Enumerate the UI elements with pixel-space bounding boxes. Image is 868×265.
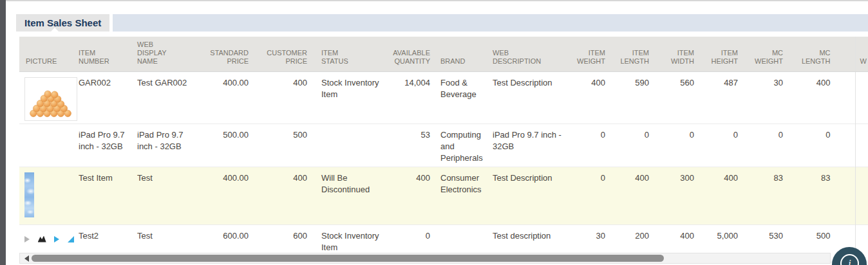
web-display-name-cell: Test GAR002	[137, 72, 193, 124]
web-display-name-cell: Test	[137, 167, 193, 225]
black-rock-icon	[38, 236, 46, 242]
picture-cell	[19, 72, 79, 124]
standard-price-cell: 400.00	[193, 72, 250, 124]
truncated-cell	[855, 72, 868, 124]
column-header-truncated: W	[855, 37, 868, 72]
mc-length-cell: 0	[786, 124, 855, 167]
gray-play-icon	[24, 236, 30, 242]
blue-corner-icon	[68, 236, 74, 242]
info-icon: i	[840, 254, 859, 265]
item-width-cell: 300	[652, 167, 697, 225]
scroll-left-arrow-icon[interactable]	[24, 255, 29, 262]
column-header-web-description: WEB DESCRIPTION	[492, 37, 568, 72]
web-display-name-cell: iPad Pro 9.7 inch - 32GB	[137, 124, 193, 167]
top-divider	[0, 0, 868, 1]
column-header-item-status: ITEM STATUS	[308, 37, 385, 72]
item-sales-sheet-table: PICTURE ITEM NUMBER WEB DISPLAY NAME STA…	[19, 37, 868, 262]
available-quantity-cell: 14,004	[385, 72, 431, 124]
column-header-item-length: ITEM LENGTH	[608, 37, 652, 72]
item-height-cell: 0	[697, 124, 741, 167]
item-length-cell: 0	[608, 124, 652, 167]
column-header-web-display-name: WEB DISPLAY NAME	[137, 37, 193, 72]
left-edge-bar	[0, 0, 6, 265]
item-width-cell: 0	[652, 124, 697, 167]
brand-cell: Food & Beverage	[431, 72, 492, 124]
standard-price-cell: 500.00	[193, 124, 250, 167]
truncated-cell	[855, 124, 868, 167]
column-header-brand: BRAND	[431, 37, 492, 72]
customer-price-cell: 400	[250, 72, 308, 124]
mc-length-cell: 83	[786, 167, 855, 225]
item-status-cell: Will Be Discontinued	[308, 167, 385, 225]
available-quantity-cell: 400	[385, 167, 431, 225]
standard-price-cell: 400.00	[193, 167, 250, 225]
item-height-cell: 487	[697, 72, 741, 124]
table-header: PICTURE ITEM NUMBER WEB DISPLAY NAME STA…	[19, 37, 868, 72]
column-header-mc-length: MC LENGTH	[786, 37, 855, 72]
web-description-cell: Test Description	[492, 167, 568, 225]
item-status-cell	[308, 124, 385, 167]
item-height-cell: 400	[697, 167, 741, 225]
chickpeas-image	[24, 77, 77, 121]
tab-item-sales-sheet[interactable]: Item Sales Sheet	[16, 14, 109, 32]
table-row-test-item[interactable]: Test Item Test 400.00 400 Will Be Discon…	[19, 167, 868, 225]
brand-cell: Consumer Electronics	[431, 167, 492, 225]
brand-cell: Computing and Peripherals	[431, 124, 492, 167]
thumbnail-icons	[24, 233, 73, 244]
item-width-cell: 560	[652, 72, 697, 124]
mc-weight-cell: 30	[741, 72, 786, 124]
column-header-item-height: ITEM HEIGHT	[697, 37, 741, 72]
tab-label: Item Sales Sheet	[24, 17, 101, 28]
item-number-cell: Test Item	[79, 167, 137, 225]
mc-weight-cell: 83	[741, 167, 786, 225]
column-header-standard-price: STANDARD PRICE	[193, 37, 250, 72]
truncated-cell	[855, 167, 868, 225]
sky-image	[24, 172, 34, 217]
blue-play-icon	[54, 236, 59, 242]
item-number-cell: iPad Pro 9.7 inch - 32GB	[79, 124, 137, 167]
column-header-item-width: ITEM WIDTH	[652, 37, 697, 72]
item-length-cell: 590	[608, 72, 652, 124]
web-description-cell: Test Description	[492, 72, 568, 124]
column-header-available-quantity: AVAILABLE QUANTITY	[385, 37, 431, 72]
column-header-item-weight: ITEM WEIGHT	[568, 37, 608, 72]
picture-cell	[19, 167, 79, 225]
picture-cell	[19, 124, 79, 167]
web-description-cell: iPad Pro 9.7 inch - 32GB	[492, 124, 568, 167]
customer-price-cell: 500	[250, 124, 308, 167]
item-number-cell: GAR002	[79, 72, 137, 124]
horizontal-scrollbar[interactable]	[19, 253, 831, 264]
item-length-cell: 400	[608, 167, 652, 225]
item-weight-cell: 0	[568, 167, 608, 225]
column-header-item-number: ITEM NUMBER	[79, 37, 137, 72]
available-quantity-cell: 53	[385, 124, 431, 167]
tabbar-strip	[113, 14, 868, 32]
table-row-gar002[interactable]: GAR002 Test GAR002 400.00 400 Stock Inve…	[19, 72, 868, 124]
mc-length-cell: 400	[786, 72, 855, 124]
item-weight-cell: 0	[568, 124, 608, 167]
active-tab-notch-icon	[50, 28, 60, 33]
table-row-ipad[interactable]: iPad Pro 9.7 inch - 32GB iPad Pro 9.7 in…	[19, 124, 868, 167]
column-header-mc-weight: MC WEIGHT	[741, 37, 786, 72]
scrollbar-thumb[interactable]	[32, 255, 664, 262]
item-weight-cell: 400	[568, 72, 608, 124]
info-glyph: i	[848, 258, 851, 265]
column-header-picture: PICTURE	[19, 37, 79, 72]
subtab-bar: Item Sales Sheet	[0, 14, 868, 32]
column-header-customer-price: CUSTOMER PRICE	[250, 37, 308, 72]
mc-weight-cell: 0	[741, 124, 786, 167]
item-status-cell: Stock Inventory Item	[308, 72, 385, 124]
customer-price-cell: 400	[250, 167, 308, 225]
